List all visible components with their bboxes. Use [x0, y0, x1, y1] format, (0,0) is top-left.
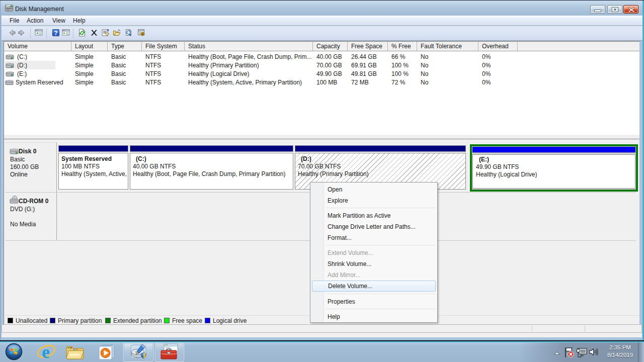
- svg-text:e: e: [42, 343, 50, 361]
- svg-text:?: ?: [54, 30, 57, 37]
